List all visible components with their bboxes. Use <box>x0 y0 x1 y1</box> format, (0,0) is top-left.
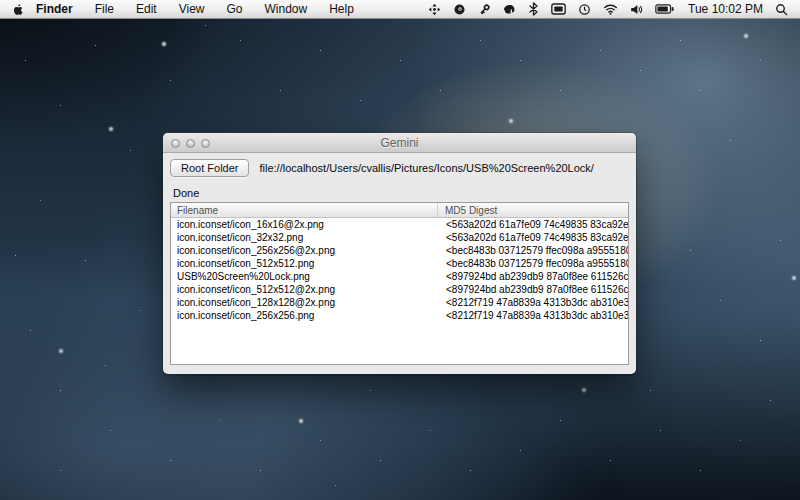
menu-edit[interactable]: Edit <box>125 0 168 19</box>
table-row[interactable]: USB%20Screen%20Lock.png <897924bd ab239d… <box>171 270 628 283</box>
desktop-wallpaper: Finder File Edit View Go Window Help <box>0 0 800 500</box>
window-titlebar[interactable]: Gemini <box>163 133 636 153</box>
filename-cell: USB%20Screen%20Lock.png <box>171 270 438 283</box>
traffic-lights <box>171 139 210 148</box>
table-row[interactable]: icon.iconset/icon_256x256.png <8212f719 … <box>171 309 628 322</box>
window-title: Gemini <box>163 133 636 153</box>
menu-bar-clock[interactable]: Tue 10:02 PM <box>680 2 771 16</box>
menu-view[interactable]: View <box>168 0 216 19</box>
clock-app-icon[interactable] <box>572 3 597 16</box>
table-header: Filename MD5 Digest <box>171 203 628 218</box>
minimize-button[interactable] <box>186 139 195 148</box>
menu-help[interactable]: Help <box>318 0 365 19</box>
volume-icon[interactable] <box>624 3 649 16</box>
wifi-icon[interactable] <box>597 3 624 15</box>
close-button[interactable] <box>171 139 180 148</box>
root-folder-path: file://localhost/Users/cvallis/Pictures/… <box>259 162 593 174</box>
filename-cell: icon.iconset/icon_128x128@2x.png <box>171 296 438 309</box>
filename-cell: icon.iconset/icon_16x16@2x.png <box>171 218 438 231</box>
status-label: Done <box>173 187 629 199</box>
table-row[interactable]: icon.iconset/icon_512x512@2x.png <897924… <box>171 283 628 296</box>
menu-finder[interactable]: Finder <box>34 0 84 19</box>
column-header-md5[interactable]: MD5 Digest <box>438 203 628 217</box>
pinwheel-icon[interactable] <box>422 3 447 16</box>
menu-file[interactable]: File <box>84 0 125 19</box>
battery-icon[interactable] <box>649 3 680 15</box>
menu-bar: Finder File Edit View Go Window Help <box>0 0 800 19</box>
table-row[interactable]: icon.iconset/icon_16x16@2x.png <563a202d… <box>171 218 628 231</box>
bluetooth-icon[interactable] <box>522 2 545 16</box>
table-row[interactable]: icon.iconset/icon_256x256@2x.png <bec848… <box>171 244 628 257</box>
table-row[interactable]: icon.iconset/icon_32x32.png <563a202d 61… <box>171 231 628 244</box>
gemini-window: Gemini Root Folder file://localhost/User… <box>163 133 636 374</box>
menu-bar-left: Finder File Edit View Go Window Help <box>0 0 365 18</box>
md5-cell: <bec8483b 03712579 ffec098a a9555180> <box>438 244 628 257</box>
menu-window[interactable]: Window <box>254 0 319 19</box>
round-app-icon[interactable] <box>447 3 472 16</box>
key-icon[interactable] <box>472 3 497 16</box>
filename-cell: icon.iconset/icon_512x512@2x.png <box>171 283 438 296</box>
menu-go[interactable]: Go <box>216 0 254 19</box>
apple-icon <box>12 2 25 17</box>
spotlight-search-icon[interactable] <box>771 3 800 16</box>
md5-cell: <8212f719 47a8839a 4313b3dc ab310e39> <box>438 296 628 309</box>
root-folder-button[interactable]: Root Folder <box>170 159 249 177</box>
md5-cell: <bec8483b 03712579 ffec098a a9555180> <box>438 257 628 270</box>
column-header-filename[interactable]: Filename <box>171 203 438 217</box>
elephant-icon[interactable] <box>497 3 522 16</box>
md5-cell: <897924bd ab239db9 87a0f8ee 611526c5> <box>438 270 628 283</box>
md5-cell: <563a202d 61a7fe09 74c49835 83ca92e1> <box>438 218 628 231</box>
toolbar-row: Root Folder file://localhost/Users/cvall… <box>170 159 629 177</box>
window-content: Root Folder file://localhost/Users/cvall… <box>163 153 636 365</box>
apple-menu[interactable] <box>0 2 34 17</box>
md5-cell: <563a202d 61a7fe09 74c49835 83ca92e1> <box>438 231 628 244</box>
filename-cell: icon.iconset/icon_256x256.png <box>171 309 438 322</box>
menu-bar-status-area: Tue 10:02 PM <box>422 0 800 18</box>
filename-cell: icon.iconset/icon_256x256@2x.png <box>171 244 438 257</box>
display-icon[interactable] <box>545 3 572 15</box>
md5-cell: <897924bd ab239db9 87a0f8ee 611526c5> <box>438 283 628 296</box>
md5-cell: <8212f719 47a8839a 4313b3dc ab310e39> <box>438 309 628 322</box>
zoom-button[interactable] <box>201 139 210 148</box>
filename-cell: icon.iconset/icon_32x32.png <box>171 231 438 244</box>
table-row[interactable]: icon.iconset/icon_512x512.png <bec8483b … <box>171 257 628 270</box>
results-table[interactable]: Filename MD5 Digest icon.iconset/icon_16… <box>170 202 629 365</box>
table-row[interactable]: icon.iconset/icon_128x128@2x.png <8212f7… <box>171 296 628 309</box>
filename-cell: icon.iconset/icon_512x512.png <box>171 257 438 270</box>
